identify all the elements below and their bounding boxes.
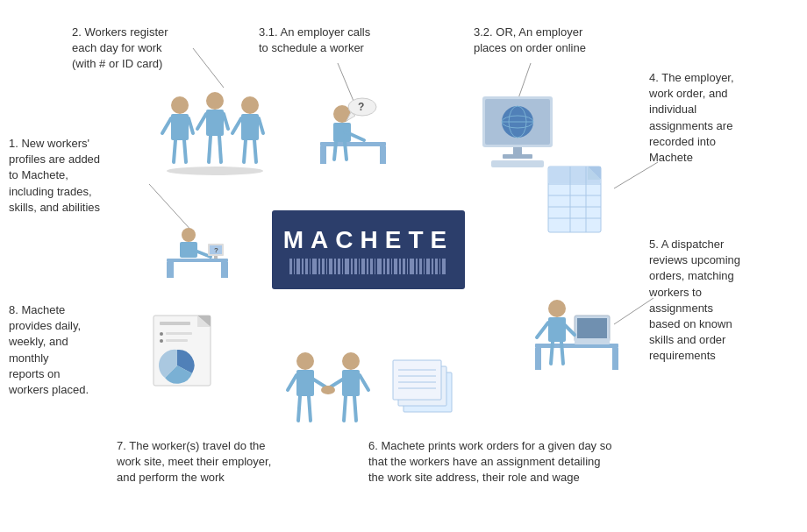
svg-rect-86 bbox=[375, 259, 375, 274]
step3a-icon: ? bbox=[311, 96, 395, 174]
svg-line-19 bbox=[162, 118, 171, 133]
svg-point-124 bbox=[296, 352, 314, 370]
svg-line-26 bbox=[224, 114, 228, 129]
svg-rect-53 bbox=[503, 154, 532, 159]
svg-rect-140 bbox=[160, 322, 190, 325]
machete-logo: MACHETE bbox=[272, 210, 465, 289]
svg-point-16 bbox=[167, 167, 263, 175]
svg-rect-108 bbox=[577, 318, 607, 339]
svg-rect-87 bbox=[377, 259, 382, 274]
svg-rect-14 bbox=[214, 256, 218, 259]
svg-line-116 bbox=[561, 342, 563, 364]
svg-rect-103 bbox=[442, 259, 446, 274]
svg-rect-71 bbox=[312, 259, 317, 274]
step6-icon bbox=[386, 351, 465, 423]
svg-rect-65 bbox=[289, 259, 292, 274]
svg-line-127 bbox=[312, 379, 326, 387]
svg-line-34 bbox=[254, 140, 256, 162]
svg-rect-37 bbox=[380, 146, 386, 164]
svg-rect-100 bbox=[432, 259, 433, 274]
svg-point-141 bbox=[160, 332, 163, 336]
svg-rect-79 bbox=[345, 259, 349, 274]
svg-line-45 bbox=[345, 142, 346, 160]
svg-rect-36 bbox=[320, 146, 326, 164]
step5-icon bbox=[526, 289, 632, 379]
svg-rect-94 bbox=[407, 259, 408, 274]
svg-line-115 bbox=[551, 342, 553, 364]
svg-rect-64 bbox=[549, 167, 600, 183]
svg-rect-110 bbox=[575, 338, 610, 344]
step3b-label: 3.2. OR, An employer places on order onl… bbox=[474, 25, 636, 56]
svg-rect-83 bbox=[361, 259, 365, 274]
svg-rect-106 bbox=[612, 348, 618, 370]
svg-point-111 bbox=[548, 300, 566, 317]
svg-point-143 bbox=[160, 339, 163, 343]
svg-rect-68 bbox=[302, 259, 304, 274]
svg-rect-69 bbox=[305, 259, 308, 274]
svg-rect-74 bbox=[326, 259, 327, 274]
svg-rect-119 bbox=[393, 360, 441, 400]
svg-rect-6 bbox=[167, 259, 228, 262]
svg-line-32 bbox=[259, 118, 263, 133]
svg-line-20 bbox=[189, 118, 193, 133]
svg-rect-77 bbox=[338, 259, 340, 274]
svg-rect-80 bbox=[351, 259, 353, 274]
svg-line-27 bbox=[209, 136, 211, 162]
svg-rect-7 bbox=[167, 262, 174, 278]
svg-line-126 bbox=[288, 375, 296, 390]
svg-point-23 bbox=[206, 92, 224, 110]
svg-rect-91 bbox=[394, 259, 397, 274]
step3a-label: 3.1. An employer calls to schedule a wor… bbox=[259, 25, 421, 56]
svg-rect-102 bbox=[439, 259, 440, 274]
svg-rect-105 bbox=[535, 348, 541, 370]
step4-label: 4. The employer, work order, and individ… bbox=[649, 70, 803, 166]
svg-line-113 bbox=[537, 323, 548, 337]
svg-rect-52 bbox=[513, 147, 522, 154]
svg-rect-98 bbox=[424, 259, 425, 274]
svg-rect-18 bbox=[171, 114, 189, 140]
svg-rect-92 bbox=[399, 259, 401, 274]
svg-rect-75 bbox=[329, 259, 332, 274]
svg-line-135 bbox=[354, 396, 356, 421]
svg-line-21 bbox=[174, 140, 175, 162]
svg-rect-88 bbox=[383, 259, 385, 274]
svg-rect-78 bbox=[342, 259, 343, 274]
svg-rect-96 bbox=[416, 259, 418, 274]
step7-label: 7. The worker(s) travel do the work site… bbox=[117, 438, 327, 486]
svg-line-129 bbox=[309, 396, 311, 421]
step5-label: 5. A dispatcher reviews upcoming orders,… bbox=[649, 237, 807, 365]
svg-rect-97 bbox=[419, 259, 422, 274]
svg-rect-67 bbox=[296, 259, 300, 274]
svg-line-25 bbox=[197, 114, 206, 129]
svg-line-128 bbox=[298, 396, 300, 421]
svg-rect-8 bbox=[221, 262, 228, 278]
svg-rect-70 bbox=[310, 259, 311, 274]
svg-rect-85 bbox=[370, 259, 373, 274]
step6-label: 6. Machete prints work orders for a give… bbox=[368, 438, 789, 486]
svg-rect-76 bbox=[334, 259, 336, 274]
svg-line-44 bbox=[334, 142, 336, 160]
diagram-container: 1. New workers' profiles are added to Ma… bbox=[0, 0, 807, 532]
svg-point-17 bbox=[171, 96, 189, 114]
svg-line-134 bbox=[344, 396, 346, 421]
svg-point-136 bbox=[321, 386, 335, 394]
svg-rect-125 bbox=[296, 370, 314, 396]
svg-rect-89 bbox=[387, 259, 389, 274]
svg-rect-99 bbox=[426, 259, 430, 274]
svg-rect-66 bbox=[294, 259, 295, 274]
svg-line-133 bbox=[330, 379, 344, 387]
svg-rect-35 bbox=[320, 142, 386, 146]
step2-icon bbox=[158, 79, 272, 178]
svg-line-28 bbox=[219, 136, 221, 162]
step1-label: 1. New workers' profiles are added to Ma… bbox=[9, 136, 158, 216]
svg-line-132 bbox=[360, 375, 368, 390]
svg-line-33 bbox=[244, 140, 246, 162]
svg-line-31 bbox=[232, 118, 241, 133]
svg-rect-144 bbox=[166, 339, 188, 342]
svg-rect-81 bbox=[354, 259, 357, 274]
svg-rect-90 bbox=[391, 259, 392, 274]
step8-label: 7. The worker(s) travel do the work site… bbox=[9, 302, 145, 398]
step8-icon bbox=[149, 311, 224, 393]
step4-icon bbox=[544, 162, 614, 244]
svg-rect-101 bbox=[435, 259, 438, 274]
